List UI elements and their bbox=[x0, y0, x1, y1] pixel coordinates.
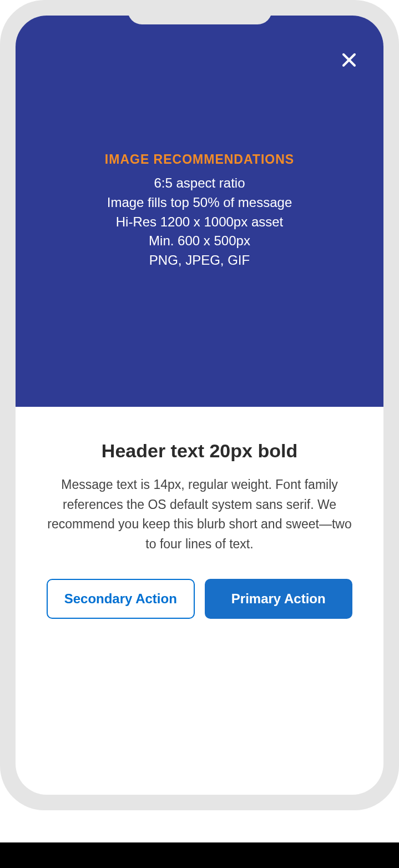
device-notch bbox=[128, 0, 272, 24]
secondary-action-button[interactable]: Secondary Action bbox=[47, 579, 195, 619]
image-placeholder-area: IMAGE RECOMMENDATIONS 6:5 aspect ratio I… bbox=[16, 16, 383, 407]
image-rec-line: Min. 600 x 500px bbox=[149, 231, 250, 251]
primary-action-button[interactable]: Primary Action bbox=[205, 579, 353, 619]
header-text: Header text 20px bold bbox=[43, 440, 356, 462]
image-rec-line: 6:5 aspect ratio bbox=[154, 174, 245, 193]
image-recommendations-title: IMAGE RECOMMENDATIONS bbox=[105, 152, 294, 167]
device-frame: IMAGE RECOMMENDATIONS 6:5 aspect ratio I… bbox=[0, 0, 399, 810]
close-button[interactable] bbox=[337, 49, 361, 73]
message-content-area: Header text 20px bold Message text is 14… bbox=[16, 407, 383, 619]
button-row: Secondary Action Primary Action bbox=[43, 579, 356, 619]
secondary-button-label: Secondary Action bbox=[64, 591, 177, 607]
image-rec-line: PNG, JPEG, GIF bbox=[149, 251, 250, 270]
image-rec-line: Image fills top 50% of message bbox=[107, 193, 292, 213]
close-icon bbox=[341, 52, 357, 70]
primary-button-label: Primary Action bbox=[231, 591, 326, 607]
image-rec-line: Hi-Res 1200 x 1000px asset bbox=[116, 213, 284, 232]
device-screen: IMAGE RECOMMENDATIONS 6:5 aspect ratio I… bbox=[16, 16, 383, 795]
caption-bar bbox=[0, 842, 399, 868]
message-body-text: Message text is 14px, regular weight. Fo… bbox=[43, 475, 356, 554]
